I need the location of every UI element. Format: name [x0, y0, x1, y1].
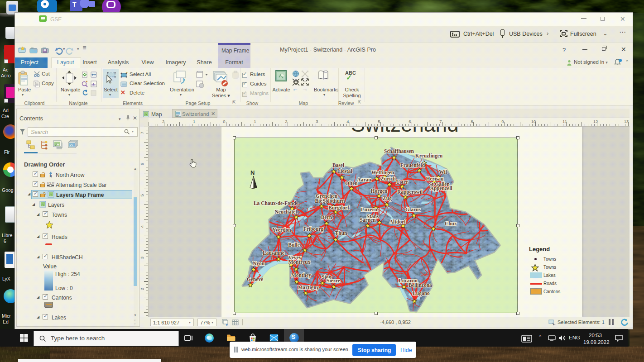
svg-text:Luzern: Luzern — [361, 207, 377, 212]
svg-text:Olten: Olten — [345, 181, 358, 186]
svg-text:Appenzell: Appenzell — [430, 186, 452, 191]
svg-text:Wettingen: Wettingen — [371, 170, 394, 176]
svg-text:Aarau: Aarau — [357, 177, 371, 182]
svg-text:Montreux: Montreux — [288, 259, 311, 265]
svg-text:Uster: Uster — [396, 179, 409, 185]
svg-text:Martigny: Martigny — [298, 285, 319, 291]
svg-text:Fribourg: Fribourg — [303, 226, 324, 232]
svg-text:Basel: Basel — [332, 162, 344, 168]
svg-text:Thun: Thun — [335, 230, 347, 236]
svg-text:Lausanne: Lausanne — [263, 250, 284, 256]
svg-text:Lugano: Lugano — [413, 291, 430, 296]
svg-text:Zurich: Zurich — [380, 176, 396, 181]
svg-text:0 5 10: 0 5 10 — [47, 182, 54, 185]
svg-text:Wil: Wil — [439, 169, 447, 175]
svg-text:Rapperswil: Rapperswil — [397, 189, 423, 195]
svg-text:Nyon: Nyon — [253, 261, 265, 267]
svg-text:Solothurn: Solothurn — [322, 198, 345, 204]
svg-text:Monthey: Monthey — [291, 272, 311, 278]
svg-text:La Chaux-de-Fonds: La Chaux-de-Fonds — [254, 200, 298, 206]
svg-text:Glarus: Glarus — [405, 207, 421, 212]
svg-text:Horgen: Horgen — [370, 188, 388, 194]
svg-text:N: N — [49, 175, 52, 178]
svg-text:Liestal: Liestal — [337, 168, 352, 174]
svg-text:Bern: Bern — [321, 214, 332, 220]
svg-text:Sarnen: Sarnen — [360, 217, 376, 223]
svg-text:Yverdon: Yverdon — [272, 227, 291, 233]
svg-text:Burgdorf: Burgdorf — [328, 205, 349, 211]
svg-text:Neuchatel: Neuchatel — [274, 209, 297, 214]
svg-text:Chur: Chur — [445, 221, 457, 226]
svg-text:Bellinzona: Bellinzona — [409, 282, 432, 288]
svg-text:Herisau: Herisau — [426, 176, 444, 181]
svg-text:Schaffhausen: Schaffhausen — [384, 148, 414, 154]
svg-text:Sierre: Sierre — [327, 278, 340, 283]
svg-text:Altdorf: Altdorf — [389, 219, 406, 224]
svg-text:Bulle: Bulle — [288, 242, 300, 248]
svg-text:Kreuzlingen: Kreuzlingen — [415, 153, 443, 159]
svg-text:Zug: Zug — [383, 195, 392, 201]
svg-text:Frauenfeld: Frauenfeld — [400, 162, 425, 168]
svg-text:Geneve: Geneve — [247, 276, 263, 282]
